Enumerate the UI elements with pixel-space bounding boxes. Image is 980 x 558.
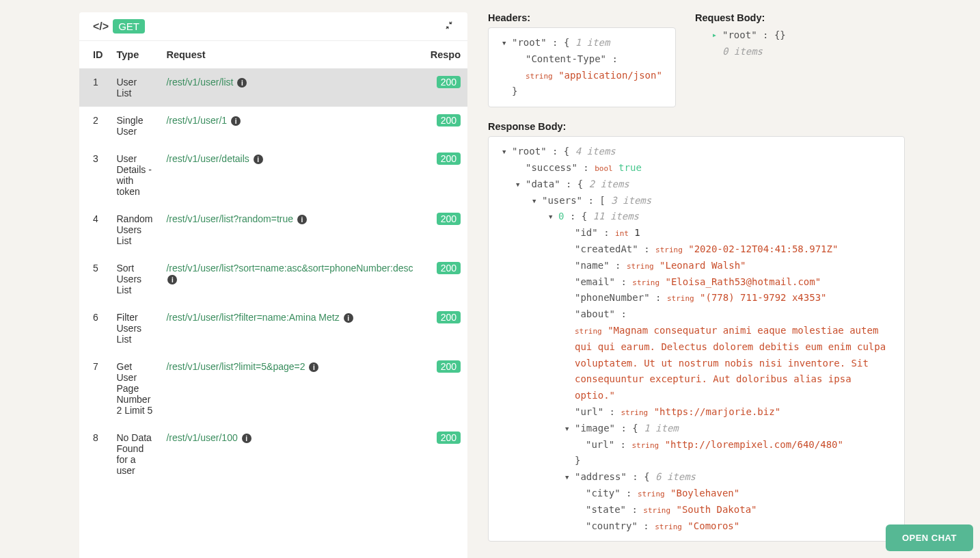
cell-response: 200: [424, 353, 467, 424]
json-leaf: "state" : string "South Dakota": [498, 502, 895, 518]
table-row[interactable]: 7Get User Page Number 2 Limit 5/rest/v1/…: [79, 353, 467, 424]
response-body-title: Response Body:: [488, 121, 905, 132]
info-icon[interactable]: i: [254, 155, 263, 164]
response-json-box: ▼"root" : { 4 items "success" : bool tru…: [488, 136, 905, 542]
json-leaf-value: string "application/json": [498, 68, 666, 84]
cell-type: Get User Page Number 2 Limit 5: [110, 353, 160, 424]
info-icon[interactable]: i: [297, 215, 307, 224]
cell-id: 8: [79, 424, 110, 484]
col-request: Request: [159, 41, 423, 68]
request-link[interactable]: /rest/v1/user/list?limit=5&page=2: [166, 361, 305, 372]
json-node[interactable]: ▼"root" : { 1 item: [498, 35, 666, 51]
panel-header: </> GET: [79, 12, 467, 41]
cell-request: /rest/v1/user/1 i: [159, 107, 423, 145]
status-badge: 200: [437, 114, 461, 127]
status-badge: 200: [437, 152, 461, 165]
info-icon[interactable]: i: [167, 275, 177, 284]
json-node[interactable]: ▼"data" : { 2 items: [498, 176, 895, 193]
status-badge: 200: [437, 311, 461, 323]
request-link[interactable]: /rest/v1/user/list?sort=name:asc&sort=ph…: [166, 263, 413, 274]
table-row[interactable]: 6Filter Users List/rest/v1/user/list?fil…: [79, 304, 467, 353]
cell-request: /rest/v1/user/list?filter=name:Amina Met…: [159, 304, 423, 353]
table-row[interactable]: 3User Details - with token/rest/v1/user/…: [79, 145, 467, 205]
json-leaf-value: string "Magnam consequatur animi eaque m…: [498, 323, 895, 404]
table-row[interactable]: 2Single User/rest/v1/user/1 i200: [79, 107, 467, 145]
request-link[interactable]: /rest/v1/user/list: [166, 77, 233, 88]
json-node[interactable]: ▼"root" : { 4 items: [498, 144, 895, 160]
request-body-json: ▶"root" : {} 0 items: [695, 27, 905, 60]
request-table: ID Type Request Respo 1User List/rest/v1…: [79, 41, 467, 484]
caret-right-icon[interactable]: ▶: [713, 31, 716, 40]
cell-id: 7: [79, 353, 110, 424]
table-row[interactable]: 8No Data Found for a user/rest/v1/user/1…: [79, 424, 467, 484]
caret-down-icon[interactable]: ▼: [502, 38, 506, 49]
cell-id: 6: [79, 304, 110, 353]
info-icon[interactable]: i: [242, 434, 251, 443]
json-leaf: "email" : string "Eloisa_Rath53@hotmail.…: [498, 274, 895, 291]
table-row[interactable]: 4Random Users List/rest/v1/user/list?ran…: [79, 205, 467, 254]
cell-id: 1: [79, 68, 110, 107]
json-leaf: "about" :: [498, 306, 895, 323]
info-icon[interactable]: i: [237, 78, 247, 88]
cell-response: 200: [424, 424, 467, 484]
method-badge: GET: [113, 19, 145, 34]
caret-down-icon[interactable]: ▼: [516, 180, 519, 190]
json-close: }: [498, 83, 666, 100]
request-link[interactable]: /rest/v1/user/details: [166, 153, 249, 164]
request-link[interactable]: /rest/v1/user/1: [166, 115, 227, 126]
status-badge: 200: [437, 360, 461, 373]
cell-response: 200: [424, 68, 467, 107]
open-chat-button[interactable]: OPEN CHAT: [886, 524, 973, 551]
table-row[interactable]: 1User List/rest/v1/user/list i200: [79, 68, 467, 107]
cell-response: 200: [424, 254, 467, 304]
cell-type: Random Users List: [110, 205, 160, 254]
cell-request: /rest/v1/user/details i: [159, 145, 423, 205]
caret-down-icon[interactable]: ▼: [532, 196, 536, 207]
json-leaf: "createdAt" : string "2020-02-12T04:41:5…: [498, 241, 895, 258]
json-leaf: "success" : bool true: [498, 160, 895, 176]
cell-type: User List: [110, 68, 160, 107]
cell-request: /rest/v1/user/list?sort=name:asc&sort=ph…: [159, 254, 423, 304]
json-leaf: "phoneNumber" : string "(778) 711-9792 x…: [498, 290, 895, 306]
info-icon[interactable]: i: [231, 116, 241, 126]
code-icon: </>: [93, 21, 109, 33]
json-close: }: [498, 453, 895, 469]
status-badge: 200: [437, 262, 461, 274]
request-link[interactable]: /rest/v1/user/list?random=true: [166, 213, 293, 224]
json-leaf: "city" : string "Boylehaven": [498, 486, 895, 502]
json-node[interactable]: ▶"root" : {}: [695, 27, 905, 44]
cell-response: 200: [424, 304, 467, 353]
cell-request: /rest/v1/user/list?limit=5&page=2 i: [159, 353, 423, 424]
json-hint: 0 items: [695, 44, 905, 60]
status-badge: 200: [437, 213, 461, 225]
request-link[interactable]: /rest/v1/user/list?filter=name:Amina Met…: [166, 312, 339, 323]
json-node[interactable]: ▼"address" : { 6 items: [498, 469, 895, 486]
info-icon[interactable]: i: [344, 313, 353, 323]
json-node[interactable]: ▼"image" : { 1 item: [498, 421, 895, 437]
cell-response: 200: [424, 145, 467, 205]
request-body-title: Request Body:: [695, 12, 905, 23]
json-node[interactable]: ▼"users" : [ 3 items: [498, 193, 895, 209]
caret-down-icon[interactable]: ▼: [502, 147, 506, 157]
cell-id: 4: [79, 205, 110, 254]
table-row[interactable]: 5Sort Users List/rest/v1/user/list?sort=…: [79, 254, 467, 304]
request-list-panel: </> GET ID Type Request Respo 1User List…: [79, 12, 467, 558]
caret-down-icon[interactable]: ▼: [549, 212, 552, 222]
collapse-icon[interactable]: [444, 21, 454, 32]
cell-response: 200: [424, 205, 467, 254]
col-id: ID: [79, 41, 110, 68]
request-link[interactable]: /rest/v1/user/100: [166, 432, 237, 443]
status-badge: 200: [437, 76, 461, 88]
json-leaf: "country" : string "Comoros": [498, 518, 895, 535]
headers-json-box: ▼"root" : { 1 item "Content-Type" : stri…: [488, 27, 676, 107]
info-icon[interactable]: i: [309, 362, 318, 372]
cell-request: /rest/v1/user/100 i: [159, 424, 423, 484]
status-badge: 200: [437, 431, 461, 444]
details-panel: Headers: ▼"root" : { 1 item "Content-Typ…: [467, 0, 980, 558]
json-node[interactable]: ▼0 : { 11 items: [498, 209, 895, 225]
cell-type: No Data Found for a user: [110, 424, 160, 484]
caret-down-icon[interactable]: ▼: [565, 473, 569, 483]
caret-down-icon[interactable]: ▼: [565, 424, 569, 434]
cell-id: 2: [79, 107, 110, 145]
cell-type: Filter Users List: [110, 304, 160, 353]
